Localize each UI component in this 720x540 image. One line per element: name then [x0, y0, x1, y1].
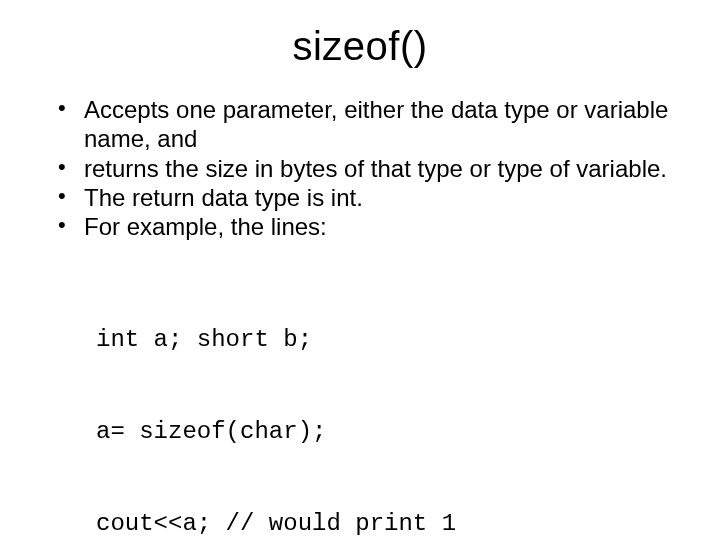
slide: sizeof() Accepts one parameter, either t… — [0, 0, 720, 540]
slide-title: sizeof() — [28, 24, 692, 69]
bullet-item: For example, the lines: — [64, 212, 692, 241]
bullet-item: returns the size in bytes of that type o… — [64, 154, 692, 183]
bullet-item: Accepts one parameter, either the data t… — [64, 95, 692, 154]
bullet-list: Accepts one parameter, either the data t… — [28, 95, 692, 241]
code-line: a= sizeof(char); — [96, 417, 692, 448]
code-line: cout<<a; // would print 1 — [96, 509, 692, 540]
code-line: int a; short b; — [96, 325, 692, 356]
code-example: int a; short b; a= sizeof(char); cout<<a… — [96, 263, 692, 540]
bullet-item: The return data type is int. — [64, 183, 692, 212]
